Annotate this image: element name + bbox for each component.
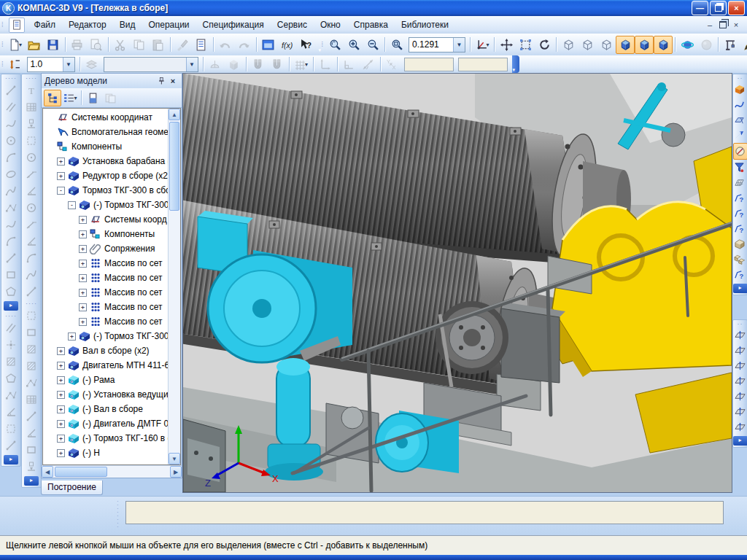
polygon-tool-button[interactable] — [3, 370, 19, 386]
expand-icon[interactable]: + — [57, 172, 65, 180]
surface-finish-tool-button[interactable] — [23, 182, 39, 199]
expand-icon[interactable]: + — [57, 362, 65, 370]
minimize-button[interactable]: — — [692, 1, 708, 15]
plane-normal-button[interactable] — [734, 389, 747, 404]
tree-item[interactable]: +(-) Рама — [43, 373, 168, 387]
tree-item[interactable]: +Двигатель МТН 411-6 в — [43, 358, 168, 373]
clipboard-tool-button[interactable] — [23, 441, 39, 458]
tree-item[interactable]: +Системы координат — [43, 110, 168, 125]
slash-tool-button[interactable] — [23, 408, 39, 424]
tree-item[interactable]: +(-) Н — [43, 446, 168, 460]
pin-icon[interactable] — [155, 76, 167, 86]
center-marker-tool-button[interactable] — [23, 149, 39, 166]
tree-item[interactable]: +Массив по сет — [43, 314, 168, 329]
zoom-by-frame-button[interactable] — [325, 36, 344, 54]
scroll-left-arrow[interactable]: ◀ — [42, 466, 53, 478]
expand-icon[interactable]: + — [57, 405, 65, 413]
document-menu-icon[interactable] — [9, 18, 25, 33]
menu-спецификация[interactable]: Спецификация — [196, 18, 271, 32]
orientation-button[interactable]: ▾ — [473, 36, 492, 54]
menu-сервис[interactable]: Сервис — [271, 18, 314, 32]
parallel-line-tool-button[interactable] — [3, 98, 19, 115]
expand-icon[interactable]: + — [57, 435, 65, 443]
cross-tool-button[interactable] — [23, 424, 39, 441]
mesh-surface-button[interactable] — [733, 175, 746, 190]
composition-view-dropdown-arrow[interactable]: ▾ — [74, 95, 77, 101]
radial-dimension-tool-button[interactable] — [23, 249, 39, 266]
save-document-button[interactable] — [44, 36, 63, 54]
bezier-tool-button[interactable] — [3, 182, 19, 199]
spline-tool-button[interactable] — [3, 115, 19, 132]
child-restore-button[interactable] — [719, 21, 727, 28]
tree-item[interactable]: -(-) Тормоз ТКГ-300 — [43, 198, 168, 212]
expand-icon[interactable]: + — [79, 245, 87, 253]
curve-tool-button[interactable] — [3, 216, 19, 233]
sketch-query-button[interactable] — [733, 190, 746, 206]
viewport-3d[interactable]: X Z — [182, 73, 732, 493]
frame-tool-button[interactable] — [3, 420, 19, 437]
zoom-current-button[interactable] — [387, 36, 406, 54]
tree-item[interactable]: +Массив по сет — [43, 271, 168, 285]
property-bar-handle[interactable]: ········ — [117, 499, 121, 533]
strip-b1-handle[interactable]: ···· — [26, 74, 37, 82]
context-help-button[interactable] — [297, 36, 316, 54]
solid-body-button[interactable] — [733, 236, 746, 252]
tree-item[interactable]: +(-) Двигатель ДМТF 012 — [43, 416, 168, 431]
tree-vertical-scrollbar[interactable]: ▲ ▼ — [168, 109, 180, 464]
expand-icon[interactable]: + — [79, 274, 87, 282]
point-tool-button[interactable] — [3, 336, 19, 353]
hatch-tool-button[interactable] — [3, 353, 19, 370]
tab-construction[interactable]: Построение — [41, 481, 103, 495]
spatial-curve-button[interactable] — [733, 97, 746, 112]
auxiliary-line-tool-button[interactable] — [3, 319, 19, 336]
menubar-drag-handle[interactable]: ⁞ — [1, 21, 4, 28]
zoom-out-button[interactable] — [363, 36, 382, 54]
tolerance-frame-tool-button[interactable] — [23, 132, 39, 149]
expressions-button[interactable] — [278, 36, 297, 54]
tree-item[interactable]: +Установка барабана (х2 — [43, 154, 168, 168]
cut-surface-tool-button[interactable] — [23, 341, 39, 357]
zoom-scale-combo-dropdown-arrow[interactable]: ▼ — [453, 38, 465, 52]
plane-at-angle-button[interactable] — [734, 358, 747, 373]
menu-вид[interactable]: Вид — [113, 18, 142, 32]
rotate-view-button[interactable] — [535, 36, 554, 54]
expand-icon[interactable]: + — [79, 230, 87, 238]
composition-view-button[interactable]: ▾ — [61, 90, 79, 106]
arc-tool-button[interactable] — [3, 149, 19, 166]
scroll-down-arrow[interactable]: ▼ — [169, 453, 180, 464]
direction-query-button[interactable] — [733, 267, 746, 282]
zoom-scale-combo[interactable]: 0.1291▼ — [409, 37, 465, 52]
tree-item[interactable]: +Массив по сет — [43, 256, 168, 271]
panel-close-icon[interactable]: × — [167, 76, 179, 86]
hidden-lines-thin-display-button[interactable] — [597, 36, 616, 54]
collapse-icon[interactable]: - — [68, 201, 76, 209]
expand-icon[interactable]: + — [79, 318, 87, 326]
datum-tool-button[interactable] — [23, 115, 39, 132]
open-document-button[interactable] — [25, 36, 44, 54]
strip-b2-handle[interactable]: ···· — [26, 300, 37, 307]
angle-tool-button[interactable] — [3, 403, 19, 420]
toolbar2-drag-handle[interactable]: ⁞ — [1, 61, 4, 68]
scroll-thumb[interactable] — [169, 122, 179, 211]
orbit-rotate-button[interactable] — [678, 36, 697, 54]
sketch-button[interactable] — [740, 36, 747, 54]
filter-objects-button[interactable] — [733, 160, 746, 175]
tree-item[interactable]: +(-) Тормоз ТКГ-160 в сбо — [43, 431, 168, 446]
surface-plane-button[interactable] — [733, 112, 746, 128]
new-document-dropdown-arrow[interactable]: ▾ — [19, 42, 22, 48]
strip-b2-expand-button[interactable]: ▸ — [24, 476, 39, 486]
shaded-with-edges-display-button[interactable] — [635, 36, 654, 54]
menu-справка[interactable]: Справка — [347, 18, 395, 32]
tree-item[interactable]: +Компоненты — [43, 227, 168, 241]
continuous-input-tool-button[interactable] — [3, 283, 19, 300]
orientation-dropdown-arrow[interactable]: ▾ — [487, 42, 489, 48]
expand-icon[interactable]: + — [68, 332, 76, 341]
multiline-tool-button[interactable] — [3, 386, 19, 403]
tree-item[interactable]: +Компоненты — [43, 139, 168, 154]
child-minimize-button[interactable]: – — [705, 20, 715, 29]
segment-tool-button[interactable] — [3, 82, 19, 98]
close-button[interactable]: × — [728, 1, 745, 15]
menu-файл[interactable]: Файл — [28, 18, 63, 32]
text-tool-button[interactable] — [23, 82, 39, 98]
equidistant-tool-button[interactable] — [3, 199, 19, 216]
